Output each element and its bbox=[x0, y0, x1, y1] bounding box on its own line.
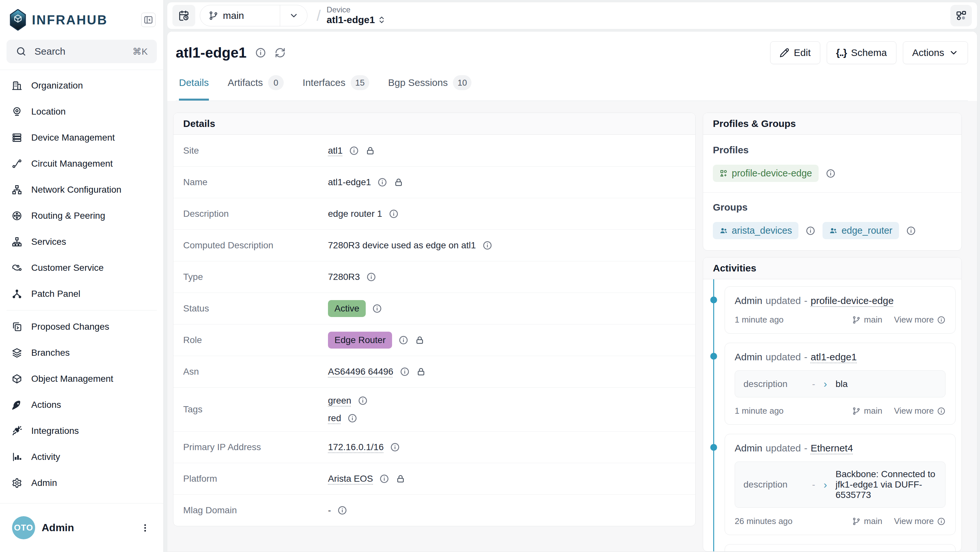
time-travel-button[interactable] bbox=[172, 5, 195, 26]
activity-object-link[interactable]: profile-device-edge bbox=[811, 295, 894, 306]
sidebar-item-admin[interactable]: Admin bbox=[5, 470, 158, 496]
primary-ip-link[interactable]: 172.16.0.1/16 bbox=[328, 442, 383, 452]
site-link[interactable]: atl1 bbox=[328, 145, 343, 156]
sidebar-item-circuit-management[interactable]: Circuit Management bbox=[5, 151, 158, 177]
sidebar-item-network-configuration[interactable]: Network Configuration bbox=[5, 177, 158, 203]
info-icon bbox=[937, 407, 945, 415]
info-icon[interactable] bbox=[399, 335, 408, 345]
activity-branch: main bbox=[864, 406, 882, 416]
activity-dash: - bbox=[804, 351, 808, 362]
main-area: main / Device atl1-edge1 bbox=[164, 0, 980, 552]
info-icon[interactable] bbox=[400, 367, 410, 377]
info-icon[interactable] bbox=[337, 506, 347, 515]
role-badge: Edge Router bbox=[328, 332, 392, 349]
info-icon[interactable] bbox=[372, 304, 382, 313]
tab-interfaces[interactable]: Interfaces 15 bbox=[302, 75, 369, 101]
branch-selector-dropdown[interactable] bbox=[280, 5, 307, 26]
route-icon bbox=[12, 158, 22, 169]
user-menu-button[interactable] bbox=[138, 520, 152, 536]
lock-icon bbox=[416, 367, 426, 377]
search-input[interactable]: Search ⌘K bbox=[6, 40, 157, 63]
actions-button[interactable]: Actions bbox=[903, 41, 968, 64]
name-value: atl1-edge1 bbox=[328, 177, 371, 187]
sidebar-item-organization[interactable]: Organization bbox=[5, 73, 158, 99]
schema-button[interactable]: {..} Schema bbox=[827, 41, 896, 64]
schema-visualizer-button[interactable] bbox=[950, 5, 972, 26]
sidebar-collapse-button[interactable] bbox=[141, 13, 156, 27]
asn-link[interactable]: AS64496 64496 bbox=[328, 367, 393, 377]
info-icon[interactable] bbox=[906, 226, 916, 236]
tag-link[interactable]: red bbox=[328, 413, 341, 423]
sidebar-item-customer-service[interactable]: Customer Service bbox=[5, 255, 158, 281]
tab-artifacts[interactable]: Artifacts 0 bbox=[228, 75, 284, 101]
breadcrumb-object-name: atl1-edge1 bbox=[327, 14, 375, 26]
git-branch-icon bbox=[208, 11, 218, 21]
info-icon[interactable] bbox=[366, 272, 376, 282]
activity-branch: main bbox=[864, 315, 882, 325]
activity-actor: Admin bbox=[735, 443, 762, 454]
patch-panel-icon bbox=[12, 289, 22, 299]
activity-actor: Admin bbox=[735, 295, 762, 306]
groups-heading: Groups bbox=[713, 202, 952, 213]
sidebar-item-label: Device Management bbox=[31, 132, 115, 143]
info-icon[interactable] bbox=[389, 209, 399, 219]
detail-row-platform: Platform Arista EOS bbox=[173, 463, 695, 495]
info-icon[interactable] bbox=[358, 396, 368, 405]
app-window: INFRAHUB Search ⌘K Organization Location… bbox=[0, 0, 980, 552]
edit-button[interactable]: Edit bbox=[770, 41, 820, 64]
profiles-heading: Profiles bbox=[713, 145, 952, 156]
activity-object-link[interactable]: atl1-edge1 bbox=[811, 351, 857, 362]
title-info-icon[interactable] bbox=[255, 47, 266, 58]
plug-icon bbox=[12, 426, 22, 436]
refresh-icon[interactable] bbox=[275, 47, 286, 58]
info-icon bbox=[937, 316, 945, 324]
sidebar-item-location[interactable]: Location bbox=[5, 99, 158, 124]
info-icon[interactable] bbox=[377, 177, 387, 187]
activities-header: Activities bbox=[703, 257, 961, 279]
view-more-link[interactable]: View more bbox=[894, 516, 945, 526]
group-pill[interactable]: edge_router bbox=[822, 222, 899, 239]
view-more-link[interactable]: View more bbox=[894, 315, 945, 325]
branch-selector-current[interactable]: main bbox=[200, 5, 280, 26]
sidebar-item-patch-panel[interactable]: Patch Panel bbox=[5, 281, 158, 307]
info-icon[interactable] bbox=[390, 442, 400, 452]
sidebar-item-routing-peering[interactable]: Routing & Peering bbox=[5, 203, 158, 229]
platform-link[interactable]: Arista EOS bbox=[328, 474, 373, 484]
sidebar-item-device-management[interactable]: Device Management bbox=[5, 124, 158, 151]
info-icon[interactable] bbox=[826, 169, 835, 179]
activity-item: Admin updated - Ethernet3 bbox=[725, 544, 956, 551]
tab-label: Interfaces bbox=[302, 77, 345, 88]
sidebar-item-integrations[interactable]: Integrations bbox=[5, 418, 158, 444]
view-more-link[interactable]: View more bbox=[894, 406, 945, 416]
breadcrumb-object-selector[interactable]: atl1-edge1 bbox=[327, 14, 386, 26]
avatar: OTO bbox=[12, 516, 35, 539]
info-icon[interactable] bbox=[379, 474, 389, 483]
server-icon bbox=[12, 132, 22, 143]
activity-action: updated bbox=[765, 351, 801, 362]
users-icon bbox=[829, 227, 837, 235]
sidebar-item-proposed-changes[interactable]: Proposed Changes bbox=[5, 314, 158, 340]
sidebar-item-branches[interactable]: Branches bbox=[5, 340, 158, 366]
activity-object-link[interactable]: Ethernet4 bbox=[811, 443, 853, 454]
info-icon[interactable] bbox=[347, 413, 357, 423]
tab-bgp-sessions[interactable]: Bgp Sessions 10 bbox=[388, 75, 471, 101]
info-icon[interactable] bbox=[349, 146, 359, 156]
sidebar-item-activity[interactable]: Activity bbox=[5, 444, 158, 470]
profile-pill[interactable]: profile-device-edge bbox=[713, 165, 819, 182]
sidebar-item-actions[interactable]: Actions bbox=[5, 392, 158, 418]
sidebar-item-label: Services bbox=[31, 237, 66, 247]
sidebar-item-object-management[interactable]: Object Management bbox=[5, 366, 158, 392]
actions-button-label: Actions bbox=[912, 47, 944, 58]
tab-details[interactable]: Details bbox=[179, 75, 209, 101]
tag-link[interactable]: green bbox=[328, 396, 352, 406]
profile-shapes-icon bbox=[719, 169, 728, 178]
group-pill[interactable]: arista_devices bbox=[713, 222, 799, 239]
sidebar-item-services[interactable]: Services bbox=[5, 229, 158, 255]
git-branch-icon bbox=[852, 316, 861, 324]
profile-pill-label: profile-device-edge bbox=[732, 168, 812, 179]
sidebar-item-label: Actions bbox=[31, 400, 61, 410]
sidebar-item-label: Integrations bbox=[31, 426, 79, 436]
detail-row-tags: Tags green red bbox=[173, 387, 695, 431]
info-icon[interactable] bbox=[806, 226, 815, 236]
info-icon[interactable] bbox=[482, 241, 492, 250]
